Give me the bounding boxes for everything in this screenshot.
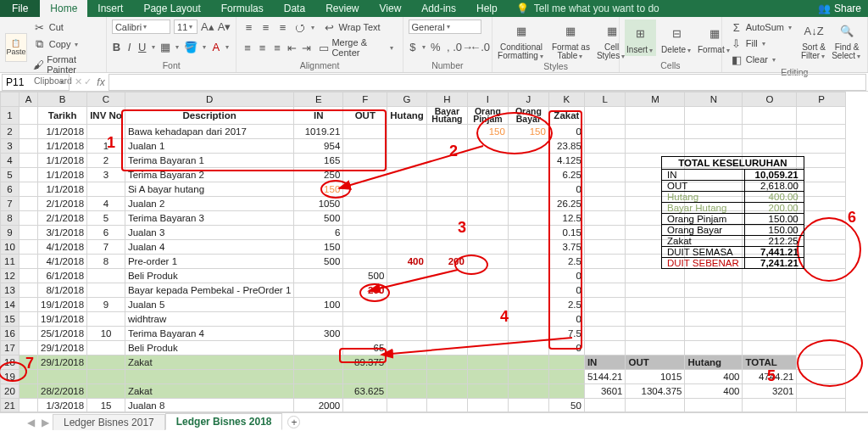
cell[interactable] — [797, 107, 846, 125]
cell[interactable]: 7.5 — [548, 327, 584, 341]
cell[interactable] — [508, 211, 548, 226]
cell[interactable] — [467, 384, 508, 399]
cell[interactable] — [19, 240, 38, 255]
row-header[interactable]: 21 — [1, 399, 19, 413]
cell[interactable] — [508, 384, 548, 399]
format-painter-button[interactable]: 🖌Format Painter — [31, 53, 101, 76]
tab-data[interactable]: Data — [274, 0, 315, 17]
cell[interactable] — [19, 182, 38, 197]
cell[interactable] — [343, 240, 387, 255]
row-header[interactable]: 15 — [1, 312, 19, 327]
cell[interactable]: 3 — [87, 168, 125, 182]
cell[interactable] — [584, 269, 626, 283]
bold-icon[interactable]: B — [112, 41, 121, 54]
cell[interactable]: 100 — [294, 298, 343, 312]
cell[interactable] — [294, 370, 343, 384]
row-header[interactable]: 19 — [1, 370, 19, 384]
cell[interactable]: 4.125 — [548, 154, 584, 168]
cell[interactable] — [743, 327, 797, 341]
cell[interactable] — [294, 355, 343, 370]
cell[interactable]: 26.25 — [548, 197, 584, 211]
cell[interactable] — [87, 312, 125, 327]
cell[interactable] — [87, 341, 125, 355]
underline-icon[interactable]: U — [137, 41, 147, 54]
cell[interactable] — [19, 107, 38, 125]
cell[interactable] — [467, 298, 508, 312]
cell[interactable]: Zakat — [125, 355, 293, 370]
align-top-icon[interactable]: ≡ — [242, 20, 255, 34]
row-header[interactable]: 13 — [1, 283, 19, 298]
cell[interactable] — [426, 283, 467, 298]
cell[interactable]: Jualan 2 — [125, 197, 293, 211]
cell[interactable]: Terima Bayaran 4 — [125, 327, 293, 341]
header-cell[interactable]: OrangPinjam — [467, 107, 508, 125]
dec-dec-icon[interactable]: ←.0 — [473, 41, 487, 54]
col-header[interactable]: C — [87, 92, 125, 107]
cell[interactable]: 165 — [294, 154, 343, 168]
cell[interactable]: 5144.21 — [584, 370, 626, 384]
cell[interactable] — [685, 312, 743, 327]
cell[interactable] — [19, 125, 38, 139]
cell[interactable]: 0 — [548, 269, 584, 283]
cell[interactable] — [508, 312, 548, 327]
row-header[interactable]: 8 — [1, 211, 19, 226]
cell[interactable] — [626, 399, 685, 413]
new-sheet-button[interactable]: + — [287, 416, 300, 428]
cell[interactable] — [125, 370, 293, 384]
cell[interactable]: 150 — [508, 125, 548, 139]
cell[interactable]: Jualan 1 — [125, 139, 293, 154]
cell[interactable] — [467, 226, 508, 240]
row-header[interactable]: 7 — [1, 197, 19, 211]
cell[interactable] — [584, 197, 626, 211]
cell[interactable]: IN — [584, 355, 626, 370]
cell[interactable]: 3.75 — [548, 240, 584, 255]
copy-button[interactable]: ⧉Copy▾ — [31, 36, 101, 52]
cell[interactable]: 1/1/2018 — [38, 154, 87, 168]
cell[interactable]: 6 — [87, 226, 125, 240]
cell[interactable]: 2.5 — [548, 298, 584, 312]
cell[interactable] — [626, 341, 685, 355]
cell[interactable]: 150 — [294, 240, 343, 255]
cell[interactable] — [743, 283, 797, 298]
tab-addins[interactable]: Add-ins — [411, 0, 466, 17]
cell[interactable] — [426, 139, 467, 154]
cell[interactable] — [387, 211, 427, 226]
cell[interactable] — [685, 107, 743, 125]
cell[interactable] — [584, 312, 626, 327]
fill-button[interactable]: ⇩Fill▾ — [727, 36, 796, 51]
cell[interactable] — [584, 341, 626, 355]
cell[interactable] — [343, 226, 387, 240]
cell[interactable] — [426, 269, 467, 283]
shrink-font-icon[interactable]: A▾ — [218, 20, 231, 34]
cell[interactable] — [387, 370, 427, 384]
cell[interactable]: 8/1/2018 — [38, 283, 87, 298]
cell[interactable] — [87, 125, 125, 139]
cell[interactable] — [19, 154, 38, 168]
cell[interactable] — [797, 283, 846, 298]
header-cell[interactable]: OUT — [343, 107, 387, 125]
cell[interactable] — [584, 182, 626, 197]
sheet-nav-prev[interactable]: ◀ — [24, 417, 38, 428]
cell[interactable]: 400 — [685, 384, 743, 399]
cell[interactable] — [294, 341, 343, 355]
header-cell[interactable]: Tarikh — [38, 107, 87, 125]
cell[interactable]: 0 — [548, 341, 584, 355]
cell[interactable] — [87, 384, 125, 399]
align-left-icon[interactable]: ≡ — [242, 41, 253, 54]
enter-icon[interactable]: ✓ — [84, 76, 92, 87]
inc-dec-icon[interactable]: .0→ — [456, 41, 470, 54]
col-header[interactable]: P — [797, 92, 846, 107]
cell[interactable] — [743, 269, 797, 283]
cell[interactable] — [426, 240, 467, 255]
cell[interactable]: 15 — [87, 399, 125, 413]
cell[interactable] — [19, 211, 38, 226]
find-select-button[interactable]: 🔍Find & Select▾ — [832, 20, 862, 67]
header-cell[interactable]: INV No — [87, 107, 125, 125]
cell[interactable]: 5 — [87, 211, 125, 226]
cell[interactable] — [387, 384, 427, 399]
cell[interactable] — [685, 327, 743, 341]
row-header[interactable]: 5 — [1, 168, 19, 182]
worksheet-grid[interactable]: ABCDEFGHIJKLMNOP1TarikhINV NoDescription… — [0, 92, 868, 412]
cell[interactable]: 3201 — [743, 384, 797, 399]
cell[interactable]: Jualan 4 — [125, 240, 293, 255]
